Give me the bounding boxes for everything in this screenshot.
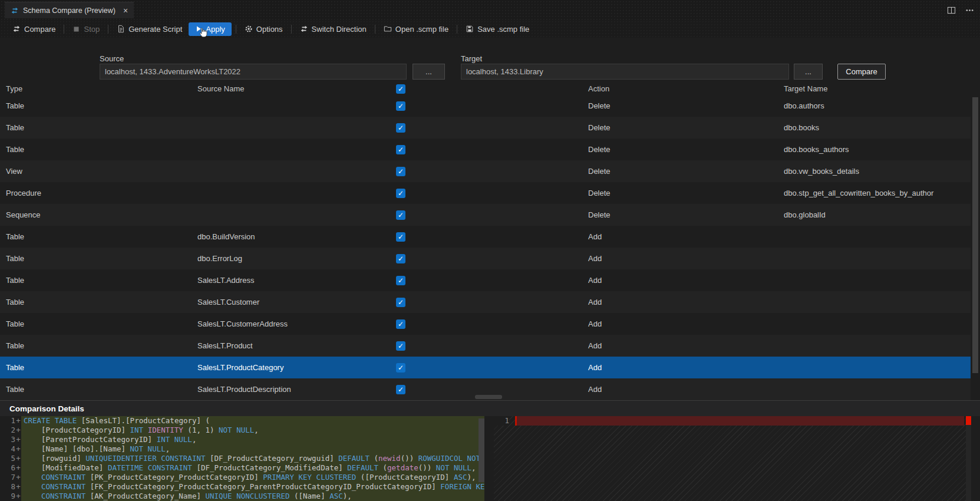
diff-overview-ruler[interactable] bbox=[966, 416, 971, 501]
target-label: Target bbox=[461, 54, 482, 63]
apply-button[interactable]: Apply bbox=[189, 22, 232, 36]
row-action: Add bbox=[588, 254, 784, 263]
table-row[interactable]: View✓Deletedbo.vw_books_details bbox=[0, 160, 971, 182]
tab-title: Schema Compare (Preview) bbox=[23, 6, 116, 15]
row-checkbox[interactable]: ✓ bbox=[396, 341, 405, 351]
row-checkbox-cell: ✓ bbox=[396, 189, 421, 198]
table-row[interactable]: TableSalesLT.ProductCategory✓Add bbox=[0, 357, 971, 378]
table-row[interactable]: Tabledbo.BuildVersion✓Add bbox=[0, 226, 971, 248]
source-input[interactable] bbox=[100, 64, 407, 80]
options-label: Options bbox=[256, 25, 283, 34]
row-checkbox-cell: ✓ bbox=[396, 298, 421, 307]
row-checkbox[interactable]: ✓ bbox=[396, 319, 405, 329]
tab-close-icon[interactable]: × bbox=[123, 6, 128, 15]
diff-added-line: 7+CONSTRAINT [PK_ProductCategory_Product… bbox=[0, 473, 484, 482]
table-row[interactable]: Table✓Deletedbo.books_authors bbox=[0, 139, 971, 160]
source-label: Source bbox=[100, 54, 124, 63]
grid-vertical-scrollbar[interactable] bbox=[972, 95, 979, 400]
table-row[interactable]: Sequence✓Deletedbo.globalId bbox=[0, 204, 971, 226]
row-checkbox[interactable]: ✓ bbox=[396, 363, 405, 373]
table-row[interactable]: Table✓Deletedbo.books bbox=[0, 117, 971, 139]
gear-icon bbox=[245, 25, 253, 33]
target-browse-button[interactable]: ... bbox=[794, 64, 823, 80]
row-source-name: SalesLT.ProductCategory bbox=[197, 363, 396, 372]
toolbar-separator bbox=[291, 25, 292, 34]
row-action: Add bbox=[588, 232, 784, 241]
row-checkbox[interactable]: ✓ bbox=[396, 101, 405, 111]
header-action[interactable]: Action bbox=[588, 84, 784, 93]
row-checkbox[interactable]: ✓ bbox=[396, 298, 405, 307]
row-checkbox[interactable]: ✓ bbox=[396, 385, 405, 394]
row-checkbox-cell: ✓ bbox=[396, 101, 421, 111]
generate-script-button[interactable]: Generate Script bbox=[111, 22, 187, 36]
row-type: Sequence bbox=[6, 210, 197, 219]
save-scmp-label: Save .scmp file bbox=[477, 25, 529, 34]
header-target-name[interactable]: Target Name bbox=[784, 84, 971, 93]
table-row[interactable]: TableSalesLT.Address✓Add bbox=[0, 269, 971, 291]
row-action: Add bbox=[588, 385, 784, 394]
row-source-name: SalesLT.ProductDescription bbox=[197, 385, 396, 394]
header-source-name[interactable]: Source Name bbox=[197, 84, 396, 93]
row-action: Add bbox=[588, 276, 784, 285]
grid-horizontal-scrollbar-thumb[interactable] bbox=[475, 395, 502, 399]
diff-right-line-number: 1 bbox=[494, 416, 509, 426]
schema-compare-icon bbox=[11, 6, 19, 15]
row-checkbox[interactable]: ✓ bbox=[396, 232, 405, 242]
row-type: Table bbox=[6, 145, 197, 154]
row-checkbox-cell: ✓ bbox=[396, 341, 421, 351]
row-checkbox[interactable]: ✓ bbox=[396, 189, 405, 198]
options-button[interactable]: Options bbox=[239, 22, 288, 36]
toolbar-separator bbox=[64, 25, 64, 34]
open-file-icon bbox=[384, 25, 392, 33]
source-browse-button[interactable]: ... bbox=[413, 64, 445, 80]
row-source-name: SalesLT.Product bbox=[197, 341, 396, 350]
diff-overview-ruler-red-mark bbox=[966, 416, 971, 425]
table-row[interactable]: TableSalesLT.Customer✓Add bbox=[0, 291, 971, 313]
table-row[interactable]: Tabledbo.ErrorLog✓Add bbox=[0, 248, 971, 269]
toolbar-separator bbox=[108, 25, 108, 34]
grid-vertical-scrollbar-thumb[interactable] bbox=[972, 97, 978, 373]
row-target-name: dbo.vw_books_details bbox=[784, 167, 971, 176]
save-scmp-button[interactable]: Save .scmp file bbox=[460, 22, 534, 36]
row-action: Delete bbox=[588, 123, 784, 132]
header-type[interactable]: Type bbox=[6, 84, 197, 93]
row-type: Table bbox=[6, 254, 197, 263]
table-row[interactable]: TableSalesLT.CustomerAddress✓Add bbox=[0, 313, 971, 335]
diff-target-pane[interactable]: 1 bbox=[494, 416, 971, 501]
compare-run-button[interactable]: Compare bbox=[837, 64, 886, 80]
more-actions-icon[interactable] bbox=[965, 6, 974, 15]
split-editor-icon[interactable] bbox=[947, 6, 956, 15]
diff-source-pane[interactable]: 1+CREATE TABLE [SalesLT].[ProductCategor… bbox=[0, 416, 484, 501]
switch-direction-label: Switch Direction bbox=[312, 25, 367, 34]
tab-schema-compare[interactable]: Schema Compare (Preview) × bbox=[5, 2, 134, 18]
row-type: Table bbox=[6, 319, 197, 328]
table-row[interactable]: Table✓Deletedbo.authors bbox=[0, 95, 971, 117]
row-type: Table bbox=[6, 276, 197, 285]
diff-added-line: 3+[ParentProductCategoryID] INT NULL, bbox=[0, 435, 484, 444]
schema-compare-toolbar: Compare Stop Generate Script Apply bbox=[0, 20, 980, 38]
row-checkbox[interactable]: ✓ bbox=[396, 167, 405, 176]
row-checkbox[interactable]: ✓ bbox=[396, 254, 405, 263]
open-scmp-button[interactable]: Open .scmp file bbox=[378, 22, 454, 36]
stop-button[interactable]: Stop bbox=[67, 22, 105, 36]
row-checkbox[interactable]: ✓ bbox=[396, 123, 405, 133]
switch-direction-button[interactable]: Switch Direction bbox=[295, 22, 372, 36]
row-action: Delete bbox=[588, 101, 784, 110]
diff-left-scrollbar-thumb[interactable] bbox=[479, 418, 484, 482]
row-checkbox[interactable]: ✓ bbox=[396, 210, 405, 220]
compare-toolbar-button[interactable]: Compare bbox=[7, 22, 61, 36]
row-type: Table bbox=[6, 298, 197, 306]
row-checkbox-cell: ✓ bbox=[396, 145, 421, 154]
table-row[interactable]: TableSalesLT.Product✓Add bbox=[0, 335, 971, 357]
target-input[interactable] bbox=[461, 64, 789, 80]
row-type: Table bbox=[6, 363, 197, 372]
table-row[interactable]: Procedure✓Deletedbo.stp_get_all_cowritte… bbox=[0, 182, 971, 204]
switch-direction-icon bbox=[300, 25, 308, 33]
row-checkbox-cell: ✓ bbox=[396, 232, 421, 242]
row-action: Delete bbox=[588, 210, 784, 219]
row-checkbox[interactable]: ✓ bbox=[396, 276, 405, 285]
header-checkbox[interactable]: ✓ bbox=[396, 84, 405, 94]
editor-actions bbox=[947, 0, 974, 20]
row-checkbox[interactable]: ✓ bbox=[396, 145, 405, 154]
script-icon bbox=[117, 25, 125, 33]
